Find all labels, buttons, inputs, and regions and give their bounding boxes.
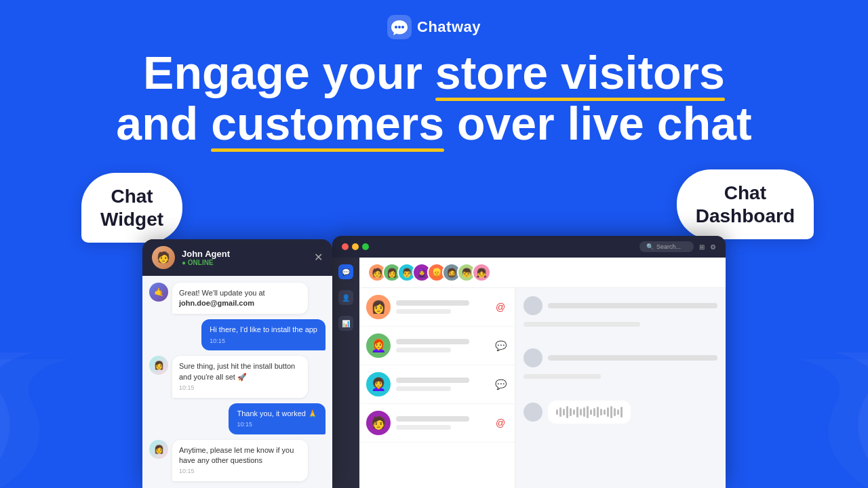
message-avatar: 🤙 (149, 283, 168, 302)
detail-row (524, 296, 717, 315)
callout-chat-widget: ChatWidget (81, 173, 182, 243)
message-bubble-sent: Hi there, I'd like to install the app 10… (201, 319, 326, 350)
maximize-dot (362, 243, 369, 250)
message-avatar: 👩 (149, 440, 168, 459)
agent-avatar: 🧑 (152, 246, 175, 269)
conv-badge: @ (493, 415, 508, 430)
message-bubble-received: Great! We'll update you at john.doe@gmai… (172, 283, 308, 314)
detail-line (548, 355, 717, 361)
conv-avatar: 👩‍🦰 (366, 333, 391, 358)
voice-bar (548, 401, 631, 424)
conv-msg-placeholder (396, 309, 451, 314)
callout-widget-text: ChatWidget (100, 186, 163, 230)
agent-status: ● ONLINE (182, 259, 230, 266)
detail-avatar (524, 348, 542, 367)
conv-info (396, 339, 488, 352)
sidebar-item-analytics[interactable]: 📊 (338, 316, 353, 331)
avatar-group: 🧑 👩 👨 🧕 👱 🧔 👦 👧 (359, 258, 726, 288)
message-time: 10:15 (179, 384, 301, 392)
conversation-item[interactable]: 👩‍🦱 💬 (359, 365, 515, 404)
message-time: 10:15 (237, 420, 317, 429)
conv-name-placeholder (396, 378, 469, 383)
conv-msg-placeholder (396, 386, 451, 391)
conversation-item[interactable]: 🧑 @ (359, 404, 515, 443)
chat-widget-header: 🧑 John Agent ● ONLINE ✕ (142, 239, 332, 276)
callout-dashboard-text: ChatDashboard (696, 182, 795, 226)
brand-name: Chatway (417, 18, 481, 36)
conv-info (396, 378, 488, 391)
conv-avatar: 👩‍🦱 (366, 372, 391, 396)
conv-badge: @ (493, 300, 508, 314)
message-avatar: 👩 (149, 356, 168, 375)
agent-info: 🧑 John Agent ● ONLINE (152, 246, 230, 269)
svg-point-2 (398, 26, 401, 28)
message-bubble-sent: Thank you, it worked 🙏 10:15 (229, 403, 326, 434)
conversation-item[interactable]: 👩‍🦰 💬 (359, 327, 515, 365)
sidebar-item-users[interactable]: 👤 (338, 290, 353, 305)
conv-info (396, 416, 488, 430)
spacer (524, 386, 717, 394)
message-time: 10:15 (179, 467, 301, 476)
svg-point-3 (401, 26, 404, 28)
message-time: 10:15 (210, 337, 317, 346)
message-item: Hi there, I'd like to install the app 10… (149, 319, 326, 350)
main-background: Chatway Engage your store visitors and c… (0, 0, 868, 488)
conv-avatar: 🧑 (366, 411, 391, 435)
message-bubble-received: Anytime, please let me know if you have … (172, 440, 308, 481)
detail-avatar (524, 403, 542, 422)
avatar-item: 👧 (472, 263, 491, 282)
chat-dashboard-screen: 🔍 Search... ⊞ ⚙ 💬 👤 📊 (332, 236, 726, 488)
chat-messages: 🤙 Great! We'll update you at john.doe@gm… (142, 276, 332, 489)
close-dot (342, 243, 349, 250)
message-item: Thank you, it worked 🙏 10:15 (149, 403, 326, 434)
chat-widget-screen: 🧑 John Agent ● ONLINE ✕ 🤙 Great! We'll u… (142, 239, 332, 489)
agent-details: John Agent ● ONLINE (182, 249, 230, 266)
minimize-dot (352, 243, 359, 250)
dashboard-main: 🧑 👩 👨 🧕 👱 🧔 👦 👧 👩 (359, 258, 726, 488)
sidebar-item-chat[interactable]: 💬 (338, 264, 353, 279)
conv-name-placeholder (396, 339, 469, 344)
logo-area: Chatway (0, 0, 868, 39)
message-item: 🤙 Great! We'll update you at john.doe@gm… (149, 283, 326, 314)
window-controls (342, 243, 369, 250)
conversation-list: 👩 @ 👩‍🦰 (359, 288, 515, 488)
detail-row (524, 322, 717, 327)
detail-row (524, 374, 717, 379)
dashboard-body: 💬 👤 📊 🧑 👩 👨 🧕 👱 🧔 👦 👧 (332, 258, 726, 488)
hero-text-block: Engage your store visitors and customers… (0, 47, 868, 149)
hero-highlight-2: customers (211, 98, 444, 149)
detail-line (548, 303, 717, 308)
waveform (556, 406, 623, 418)
settings-icon: ⚙ (710, 243, 716, 251)
dashboard-content: 👩 @ 👩‍🦰 (359, 288, 726, 488)
titlebar-controls: 🔍 Search... ⊞ ⚙ (639, 241, 716, 252)
dashboard-titlebar: 🔍 Search... ⊞ ⚙ (332, 236, 726, 258)
close-icon[interactable]: ✕ (314, 251, 323, 264)
conv-msg-placeholder (396, 348, 451, 352)
dashboard-sidebar: 💬 👤 📊 (332, 258, 359, 488)
message-item: 👩 Anytime, please let me know if you hav… (149, 440, 326, 481)
message-item: 👩 Sure thing, just hit the install butto… (149, 356, 326, 397)
agent-name: John Agent (182, 249, 230, 259)
spacer (524, 333, 717, 342)
conv-badge: 💬 (493, 338, 508, 353)
search-icon: 🔍 (646, 243, 654, 250)
hero-highlight-1: store visitors (435, 47, 725, 98)
detail-row (524, 348, 717, 367)
svg-point-1 (395, 26, 397, 28)
conv-name-placeholder (396, 416, 469, 422)
hero-heading: Engage your store visitors and customers… (27, 47, 841, 149)
grid-icon: ⊞ (699, 243, 705, 251)
email-text: john.doe@gmail.com (179, 299, 254, 307)
dashboard-search[interactable]: 🔍 Search... (639, 241, 694, 252)
conv-info (396, 300, 488, 314)
conv-msg-placeholder (396, 425, 451, 430)
conversation-item[interactable]: 👩 @ (359, 288, 515, 327)
message-bubble-received: Sure thing, just hit the install button … (172, 356, 308, 397)
detail-panel (515, 288, 726, 488)
conv-avatar: 👩 (366, 295, 391, 319)
screenshots-area: 🧑 John Agent ● ONLINE ✕ 🤙 Great! We'll u… (122, 236, 746, 488)
detail-avatar (524, 296, 542, 315)
voice-waveform-row (524, 401, 717, 424)
detail-line (524, 374, 601, 379)
